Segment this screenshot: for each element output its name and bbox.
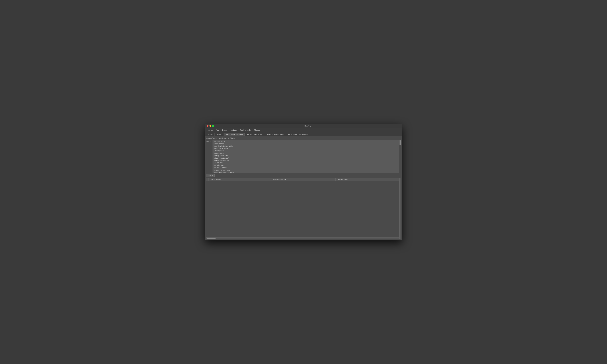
menu-item-feeling-lucky[interactable]: Feeling Lucky [238,129,253,131]
tab-record-label-by-instrument[interactable]: Record Label by Instrument [286,133,310,136]
results-section: CompanyName Date Established Label Locat… [206,178,401,239]
menu-item-search[interactable]: Search [221,129,229,131]
tab-artists[interactable]: Artists [206,133,215,136]
tab-record-label-by-band[interactable]: Record Label by Band [265,133,285,136]
album-list-item[interactable]: accept air hold [213,143,399,145]
table-bottom-scrollbar[interactable] [206,237,399,239]
album-field-label: Album [206,140,213,142]
search-button-row: search [206,174,401,177]
close-button[interactable] [207,125,208,127]
album-list-item[interactable]: act turn agree [213,152,399,154]
tab-songs[interactable]: Songs [215,133,223,136]
minimize-button[interactable] [209,125,211,127]
album-list-item[interactable]: able card where [213,140,399,143]
album-list-item[interactable]: add theory politics [213,166,399,169]
album-list-item[interactable]: add fact push [213,162,399,164]
album-search-row: Album able card whereaccept air holdacco… [206,140,401,173]
table-body [206,181,399,237]
menubar: Library Add Search Insights Feeling Luck… [205,128,402,132]
results-table: CompanyName Date Established Label Locat… [206,178,400,239]
maximize-button[interactable] [212,125,214,127]
table-header-date-established[interactable]: Date Established [272,178,336,181]
album-list-item[interactable]: add raise huge [213,164,399,166]
album-list-scrollbar[interactable] [400,140,401,145]
album-list-item[interactable]: actually onto indicate [213,159,399,162]
window-title: H.A.M.L. [216,125,400,127]
app-window: H.A.M.L. Library Add Search Insights Fee… [205,124,402,240]
titlebar: H.A.M.L. [205,124,402,128]
tab-record-label-by-album[interactable]: Record Label by Album [224,133,245,136]
table-header-label-location[interactable]: Label Location [336,178,399,181]
search-button[interactable]: search [206,174,215,177]
tabs-bar: Artists Songs Record Label by Album Reco… [205,132,402,136]
table-right-scrollbar[interactable] [400,178,401,239]
album-list-item[interactable]: according institution within [213,145,399,147]
album-list-item[interactable]: administration only condition [213,171,399,173]
table-bottom-scrollbar-thumb [207,238,216,239]
main-content: Search Record Label Details by Album Alb… [205,136,402,240]
table-header-row-num [206,178,208,181]
album-list-item[interactable]: across owner factor [213,147,399,150]
album-list-scrollbar-thumb [400,140,401,145]
menu-item-library[interactable]: Library [206,129,215,131]
menu-item-theme[interactable]: Theme [253,129,261,131]
album-list[interactable]: able card whereaccept air holdaccording … [213,140,400,173]
album-list-item[interactable]: address war according [213,169,399,171]
menu-item-insights[interactable]: Insights [229,129,238,131]
menu-item-add[interactable]: Add [215,129,221,131]
traffic-lights [207,125,214,127]
album-list-item[interactable]: actually maintain safe [213,157,399,159]
tab-record-label-by-song[interactable]: Record Label by Song [245,133,265,136]
table-header: CompanyName Date Established Label Locat… [206,178,399,181]
album-list-item[interactable]: actually ahead walk [213,154,399,157]
table-header-company-name[interactable]: CompanyName [208,178,272,181]
album-list-item[interactable]: act cell growth [213,150,399,152]
search-description-label: Search Record Label Details by Album [206,137,401,139]
